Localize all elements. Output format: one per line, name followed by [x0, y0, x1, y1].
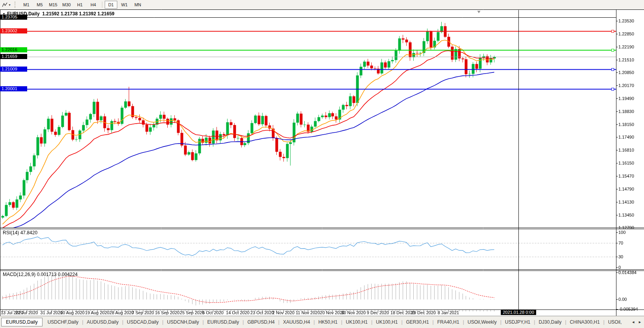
- price-axis-tick: 1.16150: [618, 161, 634, 165]
- price-axis-tick: 1.16810: [618, 148, 634, 152]
- date-axis-label: 14 Oct 2020: [226, 310, 250, 315]
- price-axis-tick: 1.13450: [618, 213, 634, 217]
- macd-indicator-label: MACD(12,26,9) 0.001713 0.004224: [3, 272, 78, 277]
- chart-tab-uk100-h1[interactable]: UK100,H1: [342, 318, 371, 326]
- timeframe-M1-button[interactable]: M1: [20, 1, 33, 9]
- chart-tab-uk100-h1[interactable]: UK100,H1: [372, 318, 401, 326]
- macd-axis-tick: 0.014384: [618, 270, 637, 275]
- price-axis-tick: 1.15470: [618, 174, 634, 178]
- price-axis-tick: 1.17490: [618, 135, 634, 139]
- date-axis-label: 11 Nov 2020: [296, 310, 320, 315]
- crosshair-time-badge: 2021.01.28 0:00: [501, 310, 536, 315]
- chart-tab-eurusd-daily[interactable]: EURUSD,Daily: [1, 318, 43, 326]
- price-axis-tick: 1.20850: [618, 70, 634, 75]
- chart-tab-usdcad-daily[interactable]: USDCAD,Daily: [123, 318, 162, 326]
- chart-tab-usdjpy-h1[interactable]: USDJPY,H1: [502, 318, 534, 326]
- timeframe-D1-button[interactable]: D1: [105, 1, 117, 9]
- price-axis-tick: 1.19490: [618, 96, 634, 101]
- mt4-terminal: { "toolbar": { "dropdown_icon": "chart-t…: [0, 0, 644, 328]
- current-price-badge: 1.21659: [0, 54, 27, 59]
- chart-tab-china300-h1[interactable]: CHINA300,H1: [566, 318, 603, 326]
- timeframe-M30-button[interactable]: M30: [60, 1, 73, 9]
- date-axis-label: 19 Aug 2020: [85, 310, 109, 315]
- chart-type-dropdown-button[interactable]: ▼: [1, 2, 12, 8]
- timeframe-W1-button[interactable]: W1: [118, 1, 131, 9]
- rsi-indicator-label: RSI(14) 47.8420: [3, 230, 37, 235]
- price-line-badge: 1.21009: [0, 67, 27, 72]
- chart-tab-usdcnh-daily[interactable]: USDCNH,Daily: [163, 318, 202, 326]
- price-axis-tick: 1.12790: [618, 225, 634, 230]
- date-axis-label: 30 Nov 2020: [341, 310, 366, 315]
- date-axis-label: 29 Dec 2020: [411, 310, 436, 315]
- rsi-axis-tick: 70: [618, 241, 623, 245]
- chart-tab-fra40-h1[interactable]: FRA40,H1: [434, 318, 463, 326]
- rsi-axis-tick: 100: [618, 230, 625, 235]
- rsi-axis-tick: 30: [618, 254, 623, 259]
- date-axis-label: 23 Oct 2020: [250, 310, 274, 315]
- date-axis-label: 2 Nov 2020: [272, 310, 294, 315]
- price-axis-tick: 1.14130: [618, 200, 634, 204]
- chart-tab-xauusd-h4[interactable]: XAUUSD,H4: [279, 318, 314, 326]
- price-line-badge: 1.20001: [0, 86, 27, 91]
- date-axis-label: 10 Aug 2020: [60, 310, 85, 315]
- rsi-axis-tick: 0: [618, 265, 621, 270]
- toolbar-grip[interactable]: [15, 2, 17, 8]
- chart-tab-usdchf-daily[interactable]: USDCHF,Daily: [44, 318, 82, 326]
- chart-tab-audusd-daily[interactable]: AUDUSD,Daily: [83, 318, 122, 326]
- date-axis-label: 8 Jan 2021: [438, 310, 459, 315]
- chart-tab-usoil-[interactable]: USOil,: [605, 318, 625, 326]
- scroll-left-button[interactable]: ◄: [631, 320, 635, 324]
- chart-window: ▼EURUSD,Daily 1.21592 1.21738 1.21392 1.…: [0, 9, 644, 316]
- chart-tab-eurusd-daily[interactable]: EURUSD,Daily: [204, 318, 243, 326]
- macd-axis-tick: 0.00: [618, 297, 627, 302]
- chart-ohlc-values: 1.21592 1.21738 1.21392 1.21659: [42, 11, 115, 17]
- timeframe-buttons: M1M5M15M30H1H4D1W1MN: [20, 1, 144, 9]
- price-axis-tick: 1.22850: [618, 32, 634, 36]
- price-axis-tick: 1.14790: [618, 187, 634, 191]
- price-axis-tick: 1.20170: [618, 83, 634, 88]
- chart-surface[interactable]: [0, 9, 644, 316]
- timeframe-MN-button[interactable]: MN: [131, 1, 144, 9]
- date-axis-label: 7 Sep 2020: [132, 310, 154, 315]
- macd-axis-tick: -0.005394: [618, 307, 638, 311]
- price-line-badge: 1.22016: [0, 47, 27, 52]
- timeframe-M15-button[interactable]: M15: [47, 1, 59, 9]
- timeframe-H4-button[interactable]: H4: [87, 1, 100, 9]
- date-axis-label: 28 Aug 2020: [109, 310, 134, 315]
- scroll-right-button[interactable]: ►: [638, 320, 642, 324]
- date-axis-label: 5 Oct 2020: [202, 310, 224, 315]
- price-axis-tick: 1.18150: [618, 122, 634, 127]
- timeframe-H1-button[interactable]: H1: [74, 1, 86, 9]
- chart-tab-dj30-daily[interactable]: DJ30,Daily: [535, 318, 565, 326]
- chart-tab-gbpusd-h4[interactable]: GBPUSD,H4: [244, 318, 278, 326]
- chart-tabbar: EURUSD,DailyUSDCHF,Daily|AUDUSD,Daily|US…: [0, 316, 644, 328]
- indicator-zigzag-icon: [2, 2, 8, 7]
- price-axis-tick: 1.18830: [618, 109, 634, 114]
- chart-tab-ger30-h1[interactable]: GER30,H1: [403, 318, 433, 326]
- date-axis-label: 22 Jul 2020: [16, 310, 38, 315]
- date-axis-label: 16 Sep 2020: [155, 310, 180, 315]
- price-line-badge: 1.23705: [0, 15, 27, 20]
- price-line-badge: 1.23002: [0, 28, 27, 33]
- chart-tab-hk50-h1[interactable]: HK50,H1: [315, 318, 341, 326]
- price-axis-tick: 1.22190: [618, 44, 634, 49]
- date-axis-label: 9 Dec 2020: [367, 310, 389, 315]
- price-axis-tick: 1.21510: [618, 57, 634, 62]
- price-axis-tick: 1.23530: [618, 19, 634, 23]
- chevron-down-icon: ▼: [8, 4, 11, 6]
- timeframe-M5-button[interactable]: M5: [33, 1, 46, 9]
- date-axis-label: 25 Sep 2020: [180, 310, 204, 315]
- date-axis-label: 31 Jul 2020: [41, 310, 63, 315]
- tab-scroll-arrows: ◄►: [631, 320, 644, 324]
- toolbar-separator: [102, 2, 102, 8]
- toolbar: ▼ M1M5M15M30H1H4D1W1MN: [0, 0, 644, 9]
- chart-tab-usoil-weekly[interactable]: USOil,Weekly: [464, 318, 500, 326]
